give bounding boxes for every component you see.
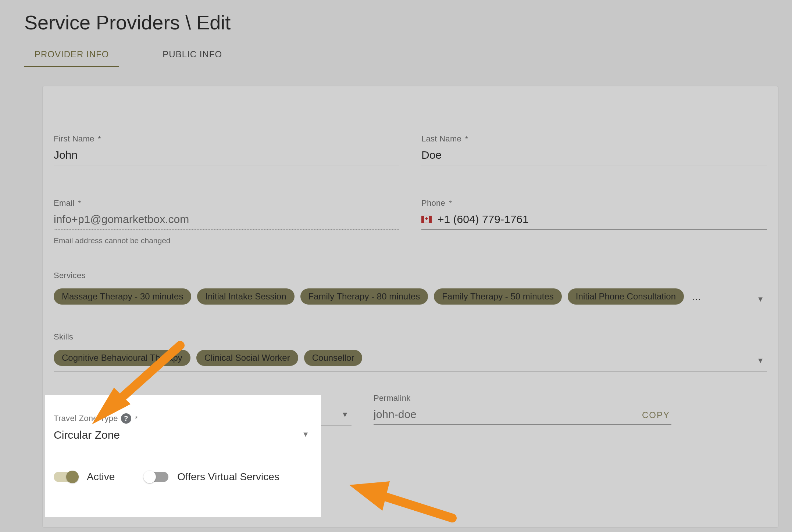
phone-field[interactable]: Phone* +1 (604) 779-1761 bbox=[421, 198, 767, 230]
service-chip[interactable]: Family Therapy - 80 minutes bbox=[300, 288, 428, 305]
last-name-field[interactable]: Last Name* Doe bbox=[421, 134, 767, 165]
last-name-label: Last Name* bbox=[421, 134, 767, 144]
first-name-input[interactable]: John bbox=[54, 147, 399, 165]
services-select[interactable]: Massage Therapy - 30 minutesInitial Inta… bbox=[54, 287, 767, 310]
first-name-field[interactable]: First Name* John bbox=[54, 134, 399, 165]
svg-marker-3 bbox=[349, 481, 390, 511]
service-chip[interactable]: Massage Therapy - 30 minutes bbox=[54, 288, 191, 305]
toggle-switch-icon[interactable] bbox=[144, 472, 168, 482]
toggle-switch-icon[interactable] bbox=[54, 472, 78, 482]
email-helper: Email address cannot be changed bbox=[54, 236, 399, 245]
dropdown-caret-icon[interactable]: ▼ bbox=[757, 356, 764, 365]
virtual-services-toggle[interactable]: Offers Virtual Services bbox=[144, 471, 279, 483]
permalink-input[interactable]: john-doe bbox=[374, 407, 671, 425]
phone-label: Phone* bbox=[421, 198, 767, 208]
canada-flag-icon bbox=[421, 216, 432, 223]
skill-chip[interactable]: Counsellor bbox=[304, 350, 363, 366]
page-title: Service Providers \ Edit bbox=[24, 11, 231, 34]
permalink-field[interactable]: Permalink john-doe COPY bbox=[374, 393, 671, 425]
phone-value: +1 (604) 779-1761 bbox=[438, 213, 529, 226]
dropdown-caret-icon[interactable]: ▼ bbox=[341, 410, 349, 419]
tab-provider-info[interactable]: PROVIDER INFO bbox=[24, 45, 119, 67]
tabs: PROVIDER INFO PUBLIC INFO bbox=[24, 45, 232, 67]
email-field: Email* info+p1@gomarketbox.com Email add… bbox=[54, 198, 399, 245]
tab-public-info[interactable]: PUBLIC INFO bbox=[152, 45, 232, 67]
active-toggle[interactable]: Active bbox=[54, 471, 115, 483]
service-chip[interactable]: Initial Phone Consultation bbox=[568, 288, 684, 305]
last-name-input[interactable]: Doe bbox=[421, 147, 767, 165]
permalink-label: Permalink bbox=[374, 393, 671, 403]
skill-chip[interactable]: Clinical Social Worker bbox=[196, 350, 298, 366]
toggle-row: Active Offers Virtual Services bbox=[54, 471, 312, 483]
service-chip[interactable]: Initial Intake Session bbox=[197, 288, 294, 305]
annotation-arrow-icon bbox=[74, 338, 188, 434]
active-toggle-label: Active bbox=[87, 471, 115, 483]
virtual-services-toggle-label: Offers Virtual Services bbox=[177, 471, 279, 483]
dropdown-caret-icon[interactable]: ▼ bbox=[302, 430, 309, 439]
dropdown-caret-icon[interactable]: ▼ bbox=[757, 295, 764, 303]
email-label: Email* bbox=[54, 198, 399, 208]
copy-button[interactable]: COPY bbox=[642, 410, 670, 420]
services-field[interactable]: Services Massage Therapy - 30 minutesIni… bbox=[54, 271, 767, 310]
email-input: info+p1@gomarketbox.com bbox=[54, 212, 399, 230]
service-chip[interactable]: Family Therapy - 50 minutes bbox=[434, 288, 562, 305]
annotation-arrow-icon bbox=[342, 474, 460, 532]
phone-input[interactable]: +1 (604) 779-1761 bbox=[421, 212, 767, 230]
services-label: Services bbox=[54, 271, 767, 280]
first-name-label: First Name* bbox=[54, 134, 399, 144]
services-more: ... bbox=[690, 291, 701, 302]
